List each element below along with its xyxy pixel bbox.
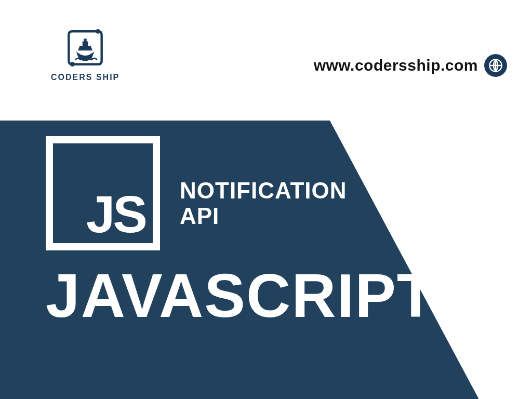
brand-name: CODERS SHIP [51,73,119,82]
topic-line-2: API [180,203,347,229]
website-url-block: www.codersship.com [314,54,507,77]
globe-icon [484,54,507,77]
website-url[interactable]: www.codersship.com [314,57,478,74]
main-title: JAVASCRIPT [46,265,435,326]
ship-logo-icon [62,25,108,71]
js-badge: JS [46,136,160,250]
brand-logo-block: CODERS SHIP [51,25,119,82]
topic-label: NOTIFICATION API [180,178,347,229]
topic-line-1: NOTIFICATION [180,178,347,203]
svg-point-0 [96,29,100,34]
svg-rect-3 [84,38,86,42]
hero-content: JS NOTIFICATION API JAVASCRIPT [46,136,435,326]
js-badge-letters: JS [86,188,145,240]
svg-point-1 [70,62,75,66]
